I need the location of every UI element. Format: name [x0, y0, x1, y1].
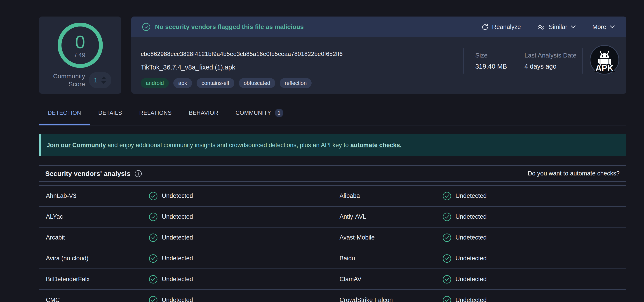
verdict-text: No security vendors flagged this file as…: [155, 23, 304, 31]
community-vote-widget[interactable]: 1: [89, 72, 112, 88]
tab-label: BEHAVIOR: [189, 110, 218, 116]
tag-android[interactable]: android: [141, 78, 169, 88]
tag-obfuscated[interactable]: obfuscated: [239, 78, 275, 88]
vote-up-icon[interactable]: [101, 77, 106, 79]
chevron-down-icon: [610, 25, 615, 29]
table-row: BitDefenderFalxUndetectedClamAVUndetecte…: [39, 269, 626, 290]
vendor-name: Antiy-AVL: [340, 213, 442, 220]
vendor-cell: Antiy-AVLUndetected: [333, 207, 626, 227]
similar-button[interactable]: Similar: [537, 24, 576, 31]
reanalyze-label: Reanalyze: [492, 24, 521, 31]
file-meta: Size 319.40 MB Last Analysis Date 4 days…: [464, 48, 620, 88]
vendor-status-label: Undetected: [456, 276, 487, 283]
vendor-cell: ClamAVUndetected: [333, 269, 626, 289]
check-circle-icon: [149, 212, 158, 221]
vendor-status: Undetected: [149, 254, 193, 263]
detection-total: / 49: [75, 52, 86, 59]
file-details: cbe862988ecc3828f4121bf9a4b5ee3cb85a16e0…: [131, 37, 626, 88]
check-circle-icon: [149, 192, 158, 201]
vendor-name: Avira (no cloud): [46, 255, 149, 262]
tab-community[interactable]: COMMUNITY1: [227, 101, 292, 125]
vendor-name: Avast-Mobile: [340, 234, 442, 241]
svg-text:APK: APK: [596, 63, 614, 73]
automate-checks-link[interactable]: automate checks.: [350, 142, 402, 148]
vendor-status: Undetected: [149, 233, 193, 242]
tab-behavior[interactable]: BEHAVIOR: [180, 101, 227, 125]
vendor-status-label: Undetected: [456, 234, 487, 241]
vendor-status: Undetected: [442, 192, 487, 201]
tab-badge: 1: [275, 109, 283, 117]
tab-label: DETAILS: [98, 110, 122, 116]
similar-label: Similar: [549, 24, 568, 31]
virustotal-file-report: 0 / 49 Community Score 1: [39, 0, 626, 302]
check-circle-icon: [149, 275, 158, 284]
file-hash: cbe862988ecc3828f4121bf9a4b5ee3cb85a16e0…: [141, 51, 342, 58]
vendor-name: ClamAV: [340, 276, 442, 283]
tag-contains-elf[interactable]: contains-elf: [196, 78, 234, 88]
tab-label: DETECTION: [48, 110, 81, 116]
tab-detection[interactable]: DETECTION: [39, 101, 90, 125]
vote-stepper: [101, 77, 106, 84]
vendor-status-label: Undetected: [162, 255, 193, 262]
size-column: Size 319.40 MB: [464, 48, 512, 70]
vendor-status-label: Undetected: [162, 296, 193, 302]
vendor-cell: BaiduUndetected: [333, 248, 626, 268]
last-analysis-value: 4 days ago: [524, 63, 576, 70]
tab-bar: DETECTIONDETAILSRELATIONSBEHAVIORCOMMUNI…: [39, 101, 626, 125]
vendor-status: Undetected: [149, 296, 193, 302]
table-row: ArcabitUndetectedAvast-MobileUndetected: [39, 228, 626, 248]
more-button[interactable]: More: [592, 24, 615, 31]
automate-question-link[interactable]: Do you want to automate checks?: [528, 170, 620, 177]
tag-reflection[interactable]: reflection: [280, 78, 312, 88]
file-tags: androidapkcontains-elfobfuscatedreflecti…: [141, 78, 342, 88]
vendor-name: BitDefenderFalx: [46, 276, 149, 283]
vendor-status-label: Undetected: [456, 296, 487, 302]
reanalyze-button[interactable]: Reanalyze: [481, 23, 521, 31]
vendor-cell: BitDefenderFalxUndetected: [39, 269, 333, 289]
check-circle-icon: [149, 296, 158, 302]
vendor-status: Undetected: [149, 192, 193, 201]
info-icon[interactable]: [134, 170, 142, 178]
check-circle-icon: [442, 233, 452, 242]
tag-apk[interactable]: apk: [173, 78, 192, 88]
vendor-status-label: Undetected: [456, 213, 487, 220]
divider: [582, 48, 582, 74]
table-row: AhnLab-V3UndetectedAlibabaUndetected: [39, 186, 626, 207]
vote-count: 1: [94, 76, 98, 84]
file-identity: cbe862988ecc3828f4121bf9a4b5ee3cb85a16e0…: [141, 51, 342, 88]
table-row: CMCUndetectedCrowdStrike FalconUndetecte…: [39, 290, 626, 302]
vote-down-icon[interactable]: [101, 81, 106, 84]
community-score-label: Community Score: [49, 72, 85, 88]
vendor-name: Arcabit: [46, 234, 149, 241]
more-label: More: [592, 24, 606, 31]
file-card: No security vendors flagged this file as…: [131, 17, 626, 94]
check-circle-icon: [442, 275, 452, 284]
vendor-name: CMC: [46, 296, 149, 302]
tab-details[interactable]: DETAILS: [90, 101, 130, 125]
vendor-status-label: Undetected: [162, 213, 193, 220]
table-row: ALYacUndetectedAntiy-AVLUndetected: [39, 207, 626, 228]
table-row: Avira (no cloud)UndetectedBaiduUndetecte…: [39, 248, 626, 269]
vendor-status: Undetected: [149, 275, 193, 284]
chevron-down-icon: [570, 25, 576, 29]
check-circle-icon: [149, 233, 158, 242]
join-community-link[interactable]: Join our Community: [46, 142, 106, 148]
vendor-cell: ArcabitUndetected: [39, 228, 333, 248]
vendor-cell: CrowdStrike FalconUndetected: [333, 290, 626, 302]
last-analysis-label: Last Analysis Date: [524, 52, 576, 59]
apk-file-type-icon: APK: [589, 45, 620, 75]
size-label: Size: [475, 52, 507, 59]
vendor-status-label: Undetected: [456, 255, 487, 262]
vendor-cell: AhnLab-V3Undetected: [39, 186, 333, 206]
check-circle-icon: [142, 23, 150, 31]
vendor-cell: Avira (no cloud)Undetected: [39, 248, 333, 268]
verdict: No security vendors flagged this file as…: [142, 23, 304, 31]
size-value: 319.40 MB: [475, 63, 507, 70]
check-circle-icon: [149, 254, 158, 263]
tab-label: RELATIONS: [139, 110, 172, 116]
vendor-status: Undetected: [442, 233, 487, 242]
community-score-row: Community Score 1: [49, 72, 112, 88]
tab-relations[interactable]: RELATIONS: [130, 101, 180, 125]
community-banner: Join our Community and enjoy additional …: [39, 134, 626, 156]
vendor-name: ALYac: [46, 213, 149, 220]
